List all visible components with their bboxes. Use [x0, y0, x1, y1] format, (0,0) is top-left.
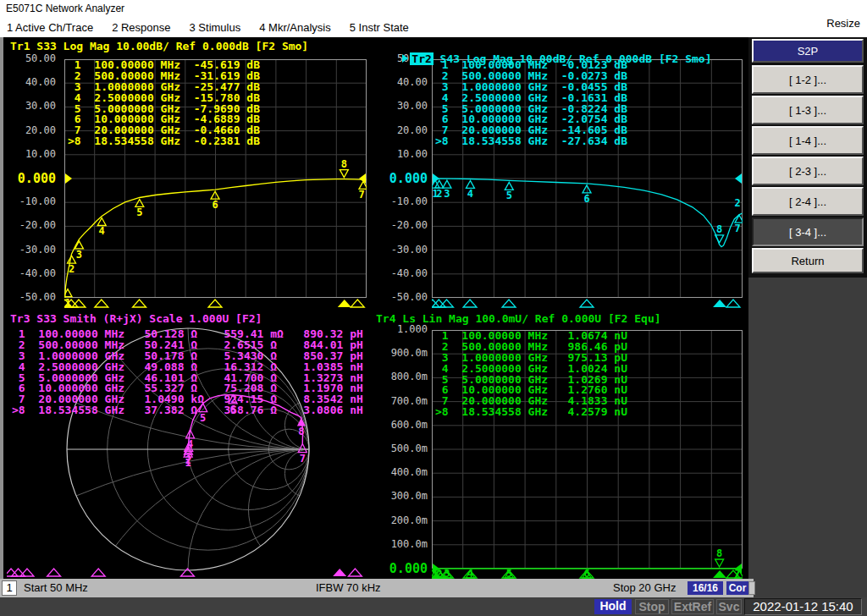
- status-empty-cell: [748, 581, 755, 595]
- tr4-scale-label: 600.0m: [373, 419, 428, 432]
- tr1-scale-label: 20.00: [0, 124, 56, 138]
- tr1-scale-label: 30.00: [0, 100, 56, 113]
- tr1-scale-label: -50.00: [0, 291, 56, 305]
- instrument-status-bar: Hold Stop ExtRef Svc 2022-01-12 15:40: [0, 597, 867, 616]
- tr4-scale-label: 300.0m: [373, 490, 428, 503]
- tr2-scale-label: -50.00: [373, 291, 428, 305]
- tr1-scale-label: -20.00: [0, 219, 56, 233]
- correction-badge: Cor: [726, 581, 748, 595]
- ifbw-label: IFBW 70 kHz: [316, 581, 381, 594]
- tr2-scale-label: -30.00: [373, 244, 428, 257]
- svg-text:3: 3: [76, 249, 82, 261]
- tr3-marker-table: 1 100.00000 MHz 50.128 Ω 559.41 mΩ 890.3…: [12, 329, 363, 416]
- tr1-marker-row: >8 18.534558 GHz -0.2381 dB: [68, 136, 260, 147]
- start-frequency-label: Start 50 MHz: [24, 581, 88, 594]
- tr2-scale-label: 10.00: [373, 148, 428, 162]
- softkey-2-4[interactable]: [ 2-4 ]...: [752, 187, 864, 216]
- svg-text:8: 8: [341, 158, 347, 170]
- tr1-scale-label: -10.00: [0, 195, 56, 209]
- stop-indicator: Stop: [635, 599, 669, 614]
- tr2-active-badge: Tr2: [410, 52, 433, 65]
- softkey-sidebar: S2P[ 1-2 ]...[ 1-3 ]...[ 1-4 ]...[ 2-3 ]…: [748, 37, 867, 597]
- svc-indicator: Svc: [716, 599, 742, 614]
- svg-text:2: 2: [436, 188, 442, 200]
- softkey-1-4[interactable]: [ 1-4 ]...: [752, 126, 864, 155]
- svg-text:2: 2: [734, 197, 740, 209]
- menu-item-2[interactable]: 2 Response: [112, 21, 170, 34]
- svg-text:8: 8: [298, 426, 304, 437]
- tr4-scale-label: 500.0m: [373, 443, 428, 456]
- tr2-title-text: S43 Log Mag 10.00dB/ Ref 0.000dB [F2 Smo…: [434, 52, 712, 65]
- tr4-scale-label: 900.0m: [373, 347, 428, 360]
- softkey-2-3[interactable]: [ 2-3 ]...: [752, 157, 864, 185]
- tr1-scale-label: 50.00: [0, 52, 56, 66]
- softkey-1-3[interactable]: [ 1-3 ]...: [752, 96, 864, 124]
- svg-text:5: 5: [136, 206, 142, 218]
- tr4-scale-label: 700.0m: [373, 395, 428, 409]
- svg-text:8: 8: [716, 223, 722, 235]
- svg-text:4: 4: [99, 225, 105, 237]
- tr3-title: Tr3 S33 Smith (R+jX) Scale 1.000U [F2]: [10, 312, 262, 326]
- tr4-scale-label: 100.0m: [373, 538, 428, 552]
- tr2-title: Tr2 S43 Log Mag 10.00dB/ Ref 0.000dB [F2…: [376, 40, 712, 53]
- menu-item-5[interactable]: 5 Instr State: [350, 21, 409, 34]
- tr2-scale-label: 40.00: [373, 76, 428, 90]
- datetime-display: 2022-01-12 15:40: [744, 598, 862, 615]
- softkey-1-2[interactable]: [ 1-2 ]...: [752, 65, 864, 94]
- tr4-scale-label: 800.0m: [373, 371, 428, 384]
- menu-item-3[interactable]: 3 Stimulus: [190, 21, 241, 34]
- svg-text:6: 6: [212, 199, 218, 211]
- svg-text:7: 7: [734, 223, 740, 234]
- tr2-marker-table: 1 100.00000 MHz -0.0123 dB 2 500.00000 M…: [435, 60, 627, 147]
- extref-indicator: ExtRef: [671, 599, 714, 614]
- svg-text:2: 2: [69, 263, 75, 275]
- active-trace-arrow-icon: [402, 54, 408, 63]
- tr4-marker-row: >8 18.534558 GHz 4.2579 nU: [435, 407, 627, 418]
- menu-item-1[interactable]: 1 Active Ch/Trace: [7, 21, 93, 34]
- tr2-scale-label: -40.00: [373, 267, 428, 281]
- tr2-scale-label: -20.00: [373, 219, 428, 233]
- points-badge: 16/16: [688, 581, 723, 595]
- left-edge-strip: [0, 37, 3, 597]
- tr2-scale-label: 20.00: [373, 124, 428, 138]
- tr2-scale-label: 30.00: [373, 100, 428, 113]
- hold-indicator: Hold: [594, 599, 632, 614]
- stop-frequency-label: Stop 20 GHz: [613, 581, 676, 594]
- softkey-s2p[interactable]: S2P: [752, 39, 864, 63]
- svg-text:1: 1: [185, 457, 191, 469]
- menu-bar: 1 Active Ch/Trace2 Response3 Stimulus4 M…: [0, 17, 867, 37]
- instrument-screen: E5071C Network Analyzer 1 Active Ch/Trac…: [0, 0, 867, 616]
- sidebar-lower-panel: [748, 278, 867, 597]
- tr1-scale-label: 40.00: [0, 76, 56, 90]
- channel-indicator: 1: [2, 580, 17, 596]
- tr1-scale-label: 10.00: [0, 148, 56, 162]
- tr4-scale-label: 400.0m: [373, 466, 428, 480]
- svg-text:5: 5: [506, 190, 512, 201]
- window-title: E5071C Network Analyzer: [0, 0, 867, 17]
- tr1-scale-label: -40.00: [0, 267, 56, 281]
- softkey-return[interactable]: Return: [752, 248, 864, 273]
- resize-button[interactable]: Resize: [826, 17, 860, 37]
- tr4-scale-label: 200.0m: [373, 514, 428, 528]
- svg-text:3: 3: [444, 188, 450, 200]
- tr4-scale-label: 0.000: [373, 561, 428, 575]
- svg-text:7: 7: [300, 453, 306, 465]
- svg-text:4: 4: [467, 188, 473, 200]
- tr4-marker-table: 1 100.00000 MHz 1.0674 nU 2 500.00000 MH…: [435, 331, 627, 418]
- tr1-scale-label: -30.00: [0, 244, 56, 257]
- tr1-title: Tr1 S33 Log Mag 10.00dB/ Ref 0.000dB [F2…: [10, 40, 308, 53]
- tr1-marker-table: 1 100.00000 MHz -45.619 dB 2 500.00000 M…: [68, 60, 260, 147]
- tr3-marker-row: >8 18.534558 GHz 37.382 Ω 358.76 Ω 3.080…: [12, 405, 363, 416]
- tr1-scale-label: 0.000: [0, 171, 56, 184]
- svg-text:7: 7: [358, 189, 364, 201]
- tr2-scale-label: -10.00: [373, 195, 428, 209]
- svg-text:8: 8: [716, 547, 722, 559]
- menu-item-4[interactable]: 4 Mkr/Analysis: [259, 21, 331, 34]
- tr2-marker-row: >8 18.534558 GHz -27.634 dB: [435, 136, 627, 147]
- softkey-3-4[interactable]: [ 3-4 ]...: [752, 217, 864, 246]
- status-bar: 1 Start 50 MHz IFBW 70 kHz Stop 20 GHz 1…: [0, 579, 754, 597]
- tr2-scale-label: 0.000: [373, 171, 428, 184]
- svg-text:6: 6: [583, 193, 589, 205]
- tr4-title: Tr4 Ls Lin Mag 100.0mU/ Ref 0.000U [F2 E…: [376, 312, 661, 326]
